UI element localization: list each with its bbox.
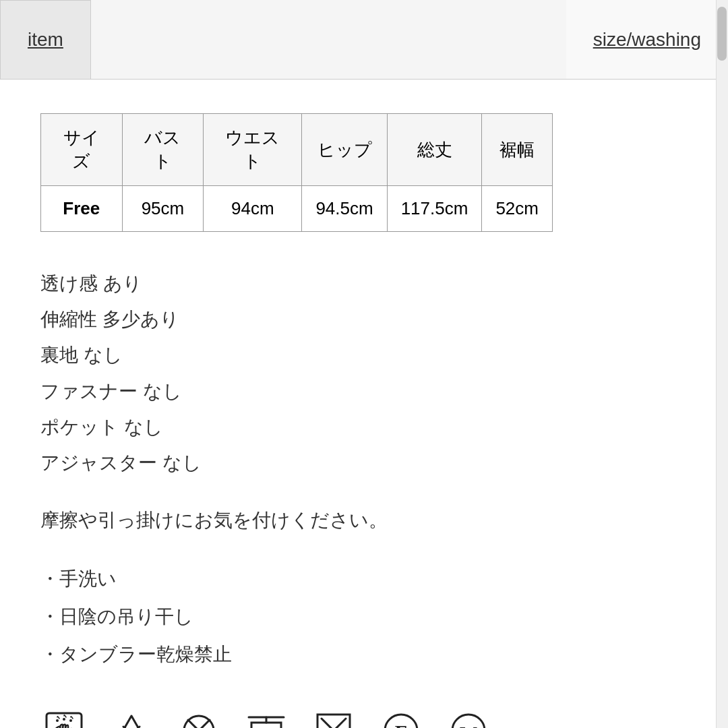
table-header-size: サイズ — [41, 114, 123, 186]
property-lining: 裏地 なし — [40, 337, 675, 373]
property-stretch: 伸縮性 多少あり — [40, 301, 675, 337]
page-wrapper: item size/washing サイズ バスト ウエスト ヒップ 総丈 裾幅 — [0, 0, 728, 728]
svg-text:F: F — [395, 721, 407, 728]
table-row: Free 95cm 94cm 94.5cm 117.5cm 52cm — [41, 186, 553, 232]
svg-point-2 — [63, 718, 65, 721]
table-cell-bust: 95cm — [122, 186, 204, 232]
wet-clean-w-icon: W — [445, 707, 492, 728]
care-no-tumble: ・タンブラー乾燥禁止 — [40, 636, 675, 673]
property-pocket: ポケット なし — [40, 409, 675, 445]
table-header-hip: ヒップ — [302, 114, 387, 186]
main-content: サイズ バスト ウエスト ヒップ 総丈 裾幅 Free 95cm 94cm 94… — [0, 80, 716, 728]
property-zipper: ファスナー なし — [40, 373, 675, 409]
warning-text: 摩擦や引っ掛けにお気を付けください。 — [40, 508, 675, 533]
care-hang-dry: ・日陰の吊り干し — [40, 598, 675, 636]
svg-point-6 — [184, 716, 214, 728]
table-cell-length: 117.5cm — [387, 186, 482, 232]
table-header-waist: ウエスト — [204, 114, 302, 186]
svg-point-1 — [56, 719, 59, 722]
scrollbar[interactable] — [716, 0, 728, 728]
tab-item[interactable]: item — [0, 0, 91, 79]
tab-size-washing-label: size/washing — [593, 29, 701, 51]
no-bleach-icon — [108, 707, 155, 728]
svg-rect-12 — [317, 715, 350, 728]
hang-dry-icon — [243, 707, 290, 728]
care-icons: F W — [40, 707, 675, 728]
hand-wash-icon — [40, 707, 88, 728]
dry-clean-f-icon: F — [377, 707, 425, 728]
table-header-hem: 裾幅 — [482, 114, 553, 186]
table-header-length: 総丈 — [387, 114, 482, 186]
no-tumble-dry-icon — [310, 707, 357, 728]
svg-text:W: W — [460, 723, 477, 728]
size-table: サイズ バスト ウエスト ヒップ 総丈 裾幅 Free 95cm 94cm 94… — [40, 113, 553, 232]
care-hand-wash: ・手洗い — [40, 560, 675, 598]
table-header-bust: バスト — [122, 114, 204, 186]
tab-size-washing[interactable]: size/washing — [566, 0, 728, 79]
tab-item-label: item — [28, 29, 63, 51]
property-adjuster: アジャスター なし — [40, 445, 675, 481]
svg-point-3 — [69, 719, 72, 722]
table-cell-hem: 52cm — [482, 186, 553, 232]
care-instructions: ・手洗い ・日陰の吊り干し ・タンブラー乾燥禁止 — [40, 560, 675, 673]
property-transparency: 透け感 あり — [40, 266, 675, 301]
table-cell-size: Free — [41, 186, 123, 232]
properties-list: 透け感 あり 伸縮性 多少あり 裏地 なし ファスナー なし ポケット なし ア… — [40, 266, 675, 481]
table-cell-waist: 94cm — [204, 186, 302, 232]
table-cell-hip: 94.5cm — [302, 186, 387, 232]
scrollbar-thumb[interactable] — [717, 7, 727, 61]
tab-bar: item size/washing — [0, 0, 728, 80]
no-dry-clean-icon — [175, 707, 222, 728]
